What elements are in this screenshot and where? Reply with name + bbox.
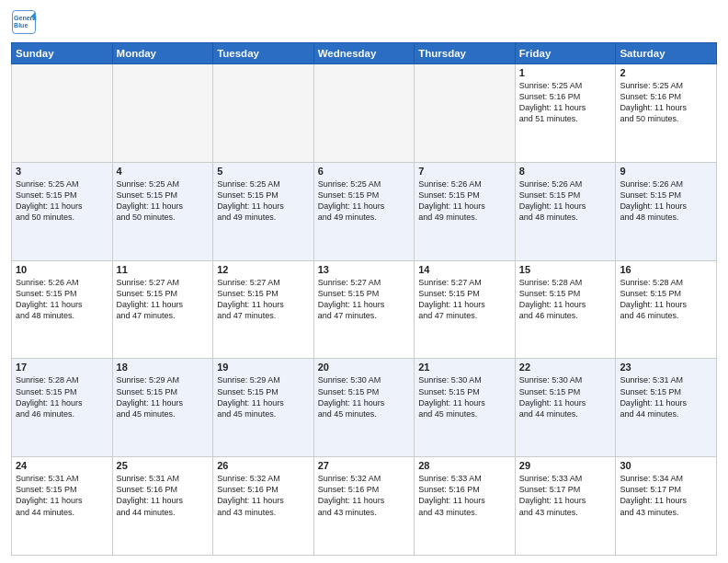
calendar-cell: 11Sunrise: 5:27 AMSunset: 5:15 PMDayligh… (112, 260, 213, 359)
weekday-header-sunday: Sunday (12, 43, 113, 64)
day-info: Sunrise: 5:32 AMSunset: 5:16 PMDaylight:… (318, 473, 411, 518)
calendar-cell: 8Sunrise: 5:26 AMSunset: 5:15 PMDaylight… (515, 162, 616, 260)
weekday-header-thursday: Thursday (415, 43, 516, 64)
day-number: 3 (16, 166, 108, 177)
day-number: 17 (16, 362, 108, 373)
day-info: Sunrise: 5:31 AMSunset: 5:15 PMDaylight:… (16, 473, 108, 518)
day-number: 6 (318, 166, 411, 177)
day-number: 12 (217, 264, 310, 275)
day-number: 18 (117, 362, 210, 373)
day-number: 20 (318, 362, 411, 373)
day-number: 4 (117, 166, 210, 177)
day-info: Sunrise: 5:27 AMSunset: 5:15 PMDaylight:… (318, 277, 411, 322)
day-number: 9 (620, 166, 712, 177)
calendar-cell (313, 64, 415, 163)
page: General Blue SundayMondayTuesdayWednesda… (0, 0, 728, 563)
day-info: Sunrise: 5:28 AMSunset: 5:15 PMDaylight:… (16, 374, 108, 419)
day-info: Sunrise: 5:26 AMSunset: 5:15 PMDaylight:… (620, 178, 712, 224)
calendar-cell: 17Sunrise: 5:28 AMSunset: 5:15 PMDayligh… (12, 359, 113, 457)
calendar-cell: 24Sunrise: 5:31 AMSunset: 5:15 PMDayligh… (12, 457, 113, 556)
day-info: Sunrise: 5:30 AMSunset: 5:15 PMDaylight:… (519, 374, 612, 419)
day-number: 11 (117, 264, 210, 275)
weekday-header-friday: Friday (515, 43, 616, 64)
day-info: Sunrise: 5:31 AMSunset: 5:16 PMDaylight:… (117, 473, 210, 518)
day-number: 22 (519, 362, 612, 373)
day-info: Sunrise: 5:27 AMSunset: 5:15 PMDaylight:… (117, 277, 210, 322)
calendar-week-2: 3Sunrise: 5:25 AMSunset: 5:15 PMDaylight… (12, 162, 717, 260)
day-info: Sunrise: 5:27 AMSunset: 5:15 PMDaylight:… (418, 277, 511, 322)
calendar-cell: 12Sunrise: 5:27 AMSunset: 5:15 PMDayligh… (213, 260, 314, 359)
calendar-cell: 18Sunrise: 5:29 AMSunset: 5:15 PMDayligh… (112, 359, 213, 457)
day-info: Sunrise: 5:33 AMSunset: 5:16 PMDaylight:… (418, 473, 511, 518)
day-info: Sunrise: 5:25 AMSunset: 5:15 PMDaylight:… (217, 178, 310, 224)
calendar-cell: 9Sunrise: 5:26 AMSunset: 5:15 PMDaylight… (616, 162, 717, 260)
calendar-cell: 16Sunrise: 5:28 AMSunset: 5:15 PMDayligh… (616, 260, 717, 359)
calendar-cell: 10Sunrise: 5:26 AMSunset: 5:15 PMDayligh… (12, 260, 113, 359)
svg-text:Blue: Blue (14, 22, 28, 29)
calendar-cell: 28Sunrise: 5:33 AMSunset: 5:16 PMDayligh… (415, 457, 516, 556)
day-number: 25 (117, 460, 210, 471)
day-info: Sunrise: 5:26 AMSunset: 5:15 PMDaylight:… (16, 277, 108, 322)
weekday-header-row: SundayMondayTuesdayWednesdayThursdayFrid… (12, 43, 717, 64)
day-number: 21 (418, 362, 511, 373)
calendar-week-4: 17Sunrise: 5:28 AMSunset: 5:15 PMDayligh… (12, 359, 717, 457)
calendar-cell: 29Sunrise: 5:33 AMSunset: 5:17 PMDayligh… (515, 457, 616, 556)
day-number: 30 (620, 460, 712, 471)
calendar-cell: 6Sunrise: 5:25 AMSunset: 5:15 PMDaylight… (313, 162, 415, 260)
logo: General Blue (11, 9, 40, 35)
day-number: 28 (418, 460, 511, 471)
day-number: 26 (217, 460, 310, 471)
calendar-cell: 22Sunrise: 5:30 AMSunset: 5:15 PMDayligh… (515, 359, 616, 457)
calendar-table: SundayMondayTuesdayWednesdayThursdayFrid… (11, 42, 717, 556)
day-number: 1 (519, 67, 612, 78)
weekday-header-tuesday: Tuesday (213, 43, 314, 64)
day-info: Sunrise: 5:25 AMSunset: 5:15 PMDaylight:… (16, 178, 108, 224)
calendar-cell: 27Sunrise: 5:32 AMSunset: 5:16 PMDayligh… (313, 457, 415, 556)
day-number: 19 (217, 362, 310, 373)
day-info: Sunrise: 5:26 AMSunset: 5:15 PMDaylight:… (418, 178, 511, 224)
day-info: Sunrise: 5:30 AMSunset: 5:15 PMDaylight:… (418, 374, 511, 419)
calendar-cell: 19Sunrise: 5:29 AMSunset: 5:15 PMDayligh… (213, 359, 314, 457)
day-info: Sunrise: 5:29 AMSunset: 5:15 PMDaylight:… (217, 374, 310, 419)
day-number: 10 (16, 264, 108, 275)
logo-icon: General Blue (11, 9, 37, 35)
calendar-cell: 4Sunrise: 5:25 AMSunset: 5:15 PMDaylight… (112, 162, 213, 260)
calendar-cell: 23Sunrise: 5:31 AMSunset: 5:15 PMDayligh… (616, 359, 717, 457)
calendar-week-5: 24Sunrise: 5:31 AMSunset: 5:15 PMDayligh… (12, 457, 717, 556)
weekday-header-monday: Monday (112, 43, 213, 64)
calendar-cell: 1Sunrise: 5:25 AMSunset: 5:16 PMDaylight… (515, 64, 616, 163)
calendar-cell (112, 64, 213, 163)
calendar-cell (415, 64, 516, 163)
day-number: 27 (318, 460, 411, 471)
calendar-cell (213, 64, 314, 163)
weekday-header-wednesday: Wednesday (313, 43, 415, 64)
day-info: Sunrise: 5:28 AMSunset: 5:15 PMDaylight:… (620, 277, 712, 322)
calendar-cell: 20Sunrise: 5:30 AMSunset: 5:15 PMDayligh… (313, 359, 415, 457)
day-number: 24 (16, 460, 108, 471)
day-number: 8 (519, 166, 612, 177)
day-info: Sunrise: 5:30 AMSunset: 5:15 PMDaylight:… (318, 374, 411, 419)
calendar-cell: 2Sunrise: 5:25 AMSunset: 5:16 PMDaylight… (616, 64, 717, 163)
header: General Blue (11, 9, 717, 35)
day-info: Sunrise: 5:25 AMSunset: 5:16 PMDaylight:… (519, 80, 612, 125)
day-info: Sunrise: 5:31 AMSunset: 5:15 PMDaylight:… (620, 374, 712, 419)
day-info: Sunrise: 5:25 AMSunset: 5:15 PMDaylight:… (117, 178, 210, 224)
day-info: Sunrise: 5:26 AMSunset: 5:15 PMDaylight:… (519, 178, 612, 224)
calendar-cell: 7Sunrise: 5:26 AMSunset: 5:15 PMDaylight… (415, 162, 516, 260)
calendar-cell: 21Sunrise: 5:30 AMSunset: 5:15 PMDayligh… (415, 359, 516, 457)
calendar-cell: 15Sunrise: 5:28 AMSunset: 5:15 PMDayligh… (515, 260, 616, 359)
day-info: Sunrise: 5:28 AMSunset: 5:15 PMDaylight:… (519, 277, 612, 322)
day-number: 15 (519, 264, 612, 275)
day-info: Sunrise: 5:25 AMSunset: 5:15 PMDaylight:… (318, 178, 411, 224)
calendar-cell (12, 64, 113, 163)
day-info: Sunrise: 5:34 AMSunset: 5:17 PMDaylight:… (620, 473, 712, 518)
day-number: 13 (318, 264, 411, 275)
calendar-week-1: 1Sunrise: 5:25 AMSunset: 5:16 PMDaylight… (12, 64, 717, 163)
day-number: 7 (418, 166, 511, 177)
day-number: 16 (620, 264, 712, 275)
calendar-cell: 25Sunrise: 5:31 AMSunset: 5:16 PMDayligh… (112, 457, 213, 556)
day-info: Sunrise: 5:29 AMSunset: 5:15 PMDaylight:… (117, 374, 210, 419)
day-number: 2 (620, 67, 712, 78)
calendar-cell: 26Sunrise: 5:32 AMSunset: 5:16 PMDayligh… (213, 457, 314, 556)
day-number: 29 (519, 460, 612, 471)
